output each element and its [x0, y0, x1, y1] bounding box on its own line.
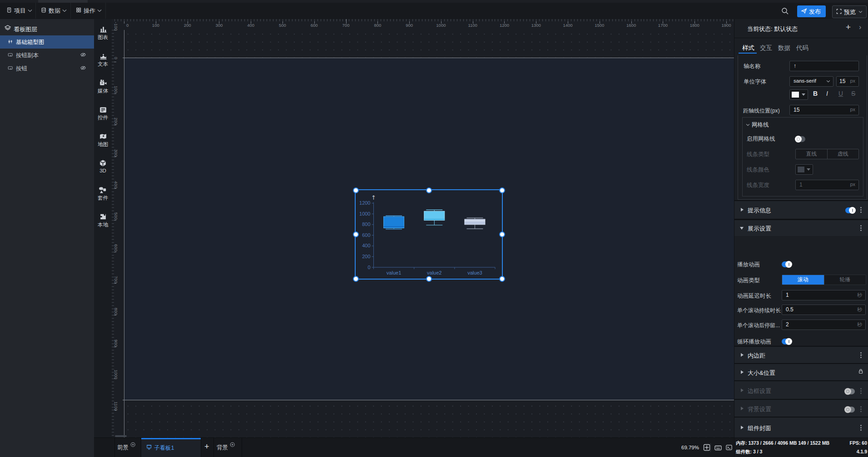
tab-代码[interactable]: 代码 [796, 44, 808, 52]
anim-type-label: 动画类型 [737, 277, 760, 285]
play-anim-toggle[interactable] [782, 261, 792, 267]
kebab-menu-icon[interactable] [860, 406, 862, 412]
scroll-pause-input[interactable]: 2 秒 [782, 319, 866, 330]
tab-数据[interactable]: 数据 [778, 44, 790, 52]
section-cover[interactable]: 组件封面 [734, 418, 868, 437]
tab-subboard-active[interactable]: 子看板1 [141, 438, 201, 457]
selection-handle[interactable] [353, 187, 359, 193]
section-border[interactable]: 边框设置 [734, 381, 868, 399]
anim-type-segmented[interactable]: 滚动轮播 [782, 275, 866, 285]
search-icon[interactable] [781, 7, 789, 15]
publish-button[interactable]: 发布 [797, 5, 826, 17]
lock-icon[interactable] [858, 369, 864, 375]
terminal-icon[interactable] [726, 444, 733, 451]
tooltip-toggle[interactable] [845, 207, 855, 213]
circle-plus-icon[interactable] [230, 442, 236, 448]
section-tooltip[interactable]: 提示信息 [734, 201, 868, 219]
line-color-picker[interactable] [795, 164, 813, 175]
layer-item-按钮[interactable]: 按钮 [0, 62, 94, 75]
app: 项目数据操作 发布 预览 看板图层 基础箱型图按钮副本按钮 图表文本媒体控件地图… [0, 0, 868, 457]
anim-delay-input[interactable]: 1 秒 [782, 290, 866, 300]
section-padding[interactable]: 内边距 [734, 347, 868, 363]
chevron-down-icon[interactable] [746, 123, 750, 126]
unit-font-size-input[interactable]: 15 px [836, 76, 859, 87]
toolbar-label: 图表 [94, 34, 112, 41]
loop-anim-toggle[interactable] [782, 339, 792, 344]
add-board-button[interactable]: + [204, 442, 209, 452]
scroll-duration-input[interactable]: 0.5 秒 [782, 305, 866, 315]
bold-button[interactable]: B [813, 90, 818, 97]
axis-settings-group: 轴名称 ↑ 单位字体 sans-serif 15 px B I U S 距轴线位… [738, 55, 867, 200]
underline-button[interactable]: U [838, 90, 843, 97]
kebab-menu-icon[interactable] [860, 352, 862, 358]
selection-handle[interactable] [499, 187, 505, 193]
tab-样式[interactable]: 样式 [742, 44, 754, 52]
unit-font-select[interactable]: sans-serif [789, 76, 833, 87]
section-label: 提示信息 [748, 206, 771, 215]
toolbar-label: 3D [94, 168, 112, 173]
kebab-menu-icon[interactable] [860, 225, 862, 231]
segment-轮播[interactable]: 轮播 [824, 275, 866, 285]
background-toggle[interactable] [845, 407, 855, 413]
cube-icon [99, 159, 107, 167]
axis-offset-input[interactable]: 15 px [789, 105, 859, 115]
section-label: 边框设置 [748, 387, 771, 395]
section-size-position[interactable]: 大小&位置 [734, 364, 868, 380]
layer-item-按钮副本[interactable]: 按钮副本 [0, 49, 94, 62]
keyboard-icon[interactable] [714, 444, 722, 452]
border-toggle[interactable] [845, 388, 855, 394]
chart-icon [99, 25, 107, 33]
segment-滚动[interactable]: 滚动 [782, 275, 824, 285]
line-width-input[interactable]: 1 px [795, 180, 859, 190]
chevron-down-icon [62, 9, 67, 12]
active-tab-label: 子看板1 [154, 444, 174, 452]
section-background[interactable]: 背景设置 [734, 400, 868, 417]
eye-off-icon[interactable] [80, 65, 86, 71]
line-type-segmented[interactable]: 直线虚线 [795, 149, 859, 159]
tab-交互[interactable]: 交互 [760, 44, 772, 52]
document-icon [6, 7, 13, 14]
grid-enable-toggle[interactable] [795, 136, 805, 142]
selection-handle[interactable] [499, 276, 505, 282]
board-icon [146, 444, 153, 451]
caret-right-icon [741, 426, 744, 429]
font-color-picker[interactable] [789, 89, 808, 100]
ruler-label: 1900 [721, 23, 731, 28]
kit-icon [99, 186, 107, 194]
selection-handle[interactable] [353, 231, 359, 237]
axis-name-input[interactable]: ↑ [789, 61, 859, 71]
zoom-percent[interactable]: 69.79% [674, 445, 699, 450]
foreground-tab-label[interactable]: 前景 [117, 444, 129, 452]
canvas-h-scrollbar[interactable] [115, 435, 127, 437]
selection-handle[interactable] [499, 231, 505, 237]
background-tab-label[interactable]: 背景 [217, 444, 228, 452]
segment-虚线[interactable]: 虚线 [827, 149, 859, 159]
fit-screen-icon[interactable] [703, 444, 710, 451]
layer-item-label: 按钮副本 [16, 52, 39, 59]
ruler-label: 1000 [112, 370, 121, 379]
strike-button[interactable]: S [851, 90, 855, 97]
ruler-label: 400 [112, 180, 121, 189]
selection-handle[interactable] [426, 187, 432, 193]
selection-handle[interactable] [426, 276, 432, 282]
scroll-duration-label: 单个滚动持续时长 [737, 307, 781, 314]
circle-plus-icon[interactable] [130, 442, 136, 448]
layer-item-基础箱型图[interactable]: 基础箱型图 [0, 35, 94, 49]
kebab-menu-icon[interactable] [860, 207, 862, 213]
ruler-label: 500 [279, 23, 286, 28]
italic-button[interactable]: I [826, 90, 828, 97]
state-expand-chevron[interactable]: › [859, 23, 861, 31]
kebab-menu-icon[interactable] [860, 388, 862, 394]
selection-handle[interactable] [353, 276, 359, 282]
chevron-down-icon [858, 10, 863, 13]
database-icon [41, 7, 47, 14]
ruler-vertical: -100010020030040050060070080090010001100 [112, 30, 121, 437]
preview-button[interactable]: 预览 [832, 5, 867, 18]
section-display[interactable]: 展示设置 [734, 220, 868, 236]
selection-overlay[interactable] [355, 189, 503, 280]
eye-off-icon[interactable] [80, 52, 86, 58]
kebab-menu-icon[interactable] [860, 425, 862, 431]
add-state-button[interactable]: + [846, 22, 851, 32]
button-layer-icon [8, 52, 14, 58]
segment-直线[interactable]: 直线 [796, 149, 827, 159]
